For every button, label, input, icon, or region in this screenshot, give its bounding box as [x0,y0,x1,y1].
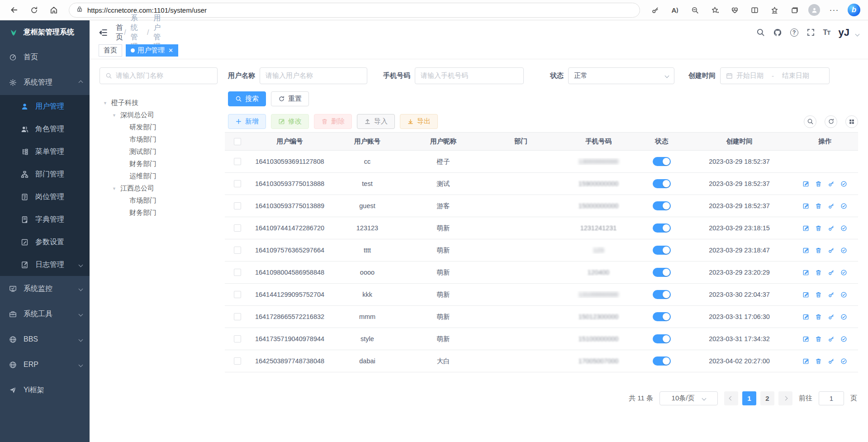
sidebar-item-Yi框架[interactable]: Yi框架 [0,377,90,403]
font-size-icon[interactable]: TT [823,29,830,37]
reset-password-icon[interactable] [828,314,835,320]
user-menu-caret-icon[interactable] [855,32,860,37]
jump-page-input[interactable]: 1 [819,391,844,405]
sidebar-subitem-角色管理[interactable]: 角色管理 [0,118,90,140]
tree-expand-icon[interactable]: ▼ [112,186,117,191]
edit-user-icon[interactable] [802,247,809,254]
row-checkbox[interactable] [234,247,241,254]
delete-user-icon[interactable] [815,225,822,232]
tree-node-市场部门[interactable]: 市场部门 [100,195,218,207]
more-menu-icon[interactable]: ··· [826,2,842,18]
edit-user-icon[interactable] [802,336,809,342]
delete-user-icon[interactable] [815,181,822,187]
tree-expand-icon[interactable]: ▼ [103,101,108,105]
tree-node-橙子科技[interactable]: ▼橙子科技 [100,97,218,109]
assign-role-icon[interactable] [840,247,847,254]
read-aloud-icon[interactable]: A) [667,2,683,18]
tree-node-研发部门[interactable]: 研发部门 [100,121,218,133]
browser-home-icon[interactable] [46,2,62,18]
reset-password-icon[interactable] [828,358,835,365]
sidebar-item-BBS[interactable]: BBS [0,327,90,352]
github-icon[interactable] [773,28,782,37]
browser-essentials-icon[interactable] [727,2,742,18]
row-checkbox[interactable] [234,291,241,298]
新增-button[interactable]: 新增 [228,114,266,129]
table-refresh-icon[interactable] [825,115,837,128]
status-toggle[interactable] [653,290,671,299]
tab-home[interactable]: 首页 [99,44,122,57]
edit-user-icon[interactable] [802,181,809,187]
tree-node-财务部门[interactable]: 财务部门 [100,158,218,170]
search-button[interactable]: 搜索 [228,91,266,106]
assign-role-icon[interactable] [840,203,847,209]
sidebar-item-ERP[interactable]: ERP [0,352,90,377]
tree-node-深圳总公司[interactable]: ▼深圳总公司 [100,109,218,121]
header-search-icon[interactable] [756,28,765,37]
next-page-button[interactable] [778,391,792,405]
edit-user-icon[interactable] [802,269,809,276]
tree-expand-icon[interactable]: ▼ [112,113,117,118]
reset-password-icon[interactable] [828,291,835,298]
sidebar-item-系统监控[interactable]: 系统监控 [0,276,90,301]
sidebar-subitem-日志管理[interactable]: 日志管理 [0,253,90,276]
add-favorite-icon[interactable] [707,2,722,18]
page-size-select[interactable]: 10条/页 [659,391,718,405]
修改-button[interactable]: 修改 [271,114,309,129]
status-toggle[interactable] [653,246,671,255]
sidebar-subitem-用户管理[interactable]: 用户管理 [0,95,90,118]
edit-user-icon[interactable] [802,291,809,298]
reset-password-icon[interactable] [828,269,835,276]
assign-role-icon[interactable] [840,269,847,276]
assign-role-icon[interactable] [840,336,847,342]
status-toggle[interactable] [653,157,671,166]
tree-node-财务部门[interactable]: 财务部门 [100,207,218,219]
delete-user-icon[interactable] [815,314,822,320]
sidebar-subitem-岗位管理[interactable]: 岗位管理 [0,185,90,208]
row-checkbox[interactable] [234,224,241,232]
browser-refresh-icon[interactable] [26,2,42,18]
row-checkbox[interactable] [234,202,241,209]
split-screen-icon[interactable] [747,2,762,18]
tab-user-management[interactable]: 用户管理 ✕ [126,44,178,57]
sidebar-item-系统工具[interactable]: 系统工具 [0,301,90,327]
reset-button[interactable]: 重置 [271,91,309,106]
tree-node-测试部门[interactable]: 测试部门 [100,146,218,158]
help-icon[interactable]: ? [790,29,798,37]
tree-node-运维部门[interactable]: 运维部门 [100,170,218,182]
delete-user-icon[interactable] [815,247,822,254]
delete-user-icon[interactable] [815,203,822,209]
prev-page-button[interactable] [724,391,738,405]
user-logo[interactable]: yJ [839,27,851,38]
status-select[interactable]: 正常 [568,67,674,84]
sidebar-subitem-参数设置[interactable]: 参数设置 [0,231,90,253]
reset-password-icon[interactable] [828,247,835,254]
zoom-out-icon[interactable] [687,2,702,18]
fullscreen-icon[interactable] [806,28,815,37]
edit-user-icon[interactable] [802,225,809,232]
row-checkbox[interactable] [234,335,241,342]
password-key-icon[interactable] [647,2,663,18]
status-toggle[interactable] [653,223,671,233]
row-checkbox[interactable] [234,269,241,276]
sidebar-subitem-部门管理[interactable]: 部门管理 [0,163,90,185]
collections-icon[interactable] [787,2,802,18]
reset-password-icon[interactable] [828,181,835,187]
delete-user-icon[interactable] [815,269,822,276]
table-search-toggle-icon[interactable] [804,115,816,128]
phone-input[interactable]: 请输入手机号码 [415,67,524,84]
assign-role-icon[interactable] [840,314,847,320]
profile-avatar[interactable] [806,2,822,18]
edit-user-icon[interactable] [802,203,809,209]
status-toggle[interactable] [653,334,671,343]
dept-search-input[interactable]: 请输入部门名称 [100,67,218,84]
copilot-icon[interactable]: b [846,2,862,18]
breadcrumb-home[interactable]: 首页 [116,23,119,42]
assign-role-icon[interactable] [840,225,847,232]
delete-user-icon[interactable] [815,291,822,298]
tree-node-市场部门[interactable]: 市场部门 [100,133,218,146]
edit-user-icon[interactable] [802,314,809,320]
reset-password-icon[interactable] [828,203,835,209]
row-checkbox[interactable] [234,313,241,320]
reset-password-icon[interactable] [828,336,835,342]
tree-node-江西总公司[interactable]: ▼江西总公司 [100,182,218,195]
